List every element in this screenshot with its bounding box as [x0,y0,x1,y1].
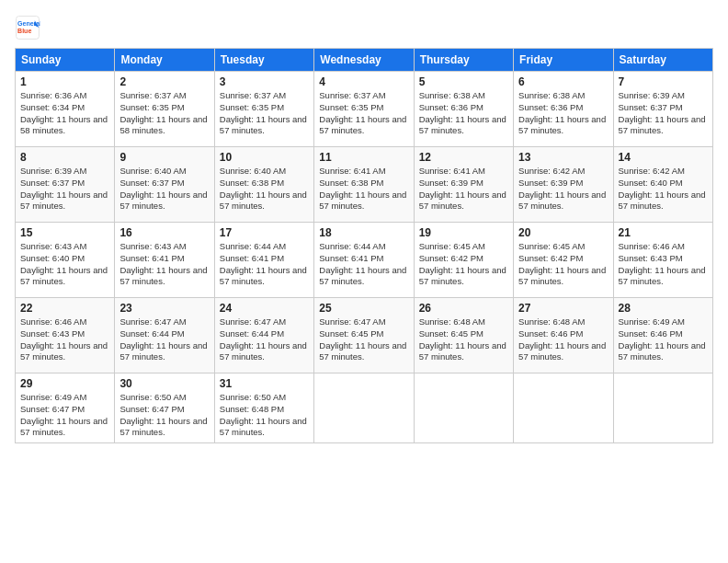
day-detail: Sunrise: 6:48 AMSunset: 6:45 PMDaylight:… [419,316,508,363]
day-detail: Sunrise: 6:37 AMSunset: 6:35 PMDaylight:… [319,90,408,137]
day-number: 10 [220,151,309,164]
weekday-header: Wednesday [314,49,414,72]
day-detail: Sunrise: 6:41 AMSunset: 6:39 PMDaylight:… [419,166,508,213]
day-detail: Sunrise: 6:42 AMSunset: 6:40 PMDaylight:… [619,166,708,213]
day-number: 2 [119,75,209,88]
day-number: 4 [319,75,408,88]
calendar-cell: 3Sunrise: 6:37 AMSunset: 6:35 PMDaylight… [214,72,313,147]
day-detail: Sunrise: 6:43 AMSunset: 6:41 PMDaylight:… [119,241,209,288]
calendar-cell: 17Sunrise: 6:44 AMSunset: 6:41 PMDayligh… [214,223,313,298]
day-detail: Sunrise: 6:46 AMSunset: 6:43 PMDaylight:… [20,316,109,363]
calendar-cell: 21Sunrise: 6:46 AMSunset: 6:43 PMDayligh… [613,223,712,298]
calendar-cell: 11Sunrise: 6:41 AMSunset: 6:38 PMDayligh… [314,147,414,223]
calendar-cell: 13Sunrise: 6:42 AMSunset: 6:39 PMDayligh… [514,147,613,223]
calendar-cell: 25Sunrise: 6:47 AMSunset: 6:45 PMDayligh… [314,298,414,373]
calendar-cell: 24Sunrise: 6:47 AMSunset: 6:44 PMDayligh… [214,298,313,373]
calendar-cell: 18Sunrise: 6:44 AMSunset: 6:41 PMDayligh… [314,223,414,298]
calendar-cell: 5Sunrise: 6:38 AMSunset: 6:36 PMDaylight… [414,72,513,147]
day-detail: Sunrise: 6:44 AMSunset: 6:41 PMDaylight:… [319,241,408,288]
day-detail: Sunrise: 6:49 AMSunset: 6:46 PMDaylight:… [619,316,708,363]
day-detail: Sunrise: 6:47 AMSunset: 6:44 PMDaylight:… [119,316,209,363]
day-detail: Sunrise: 6:47 AMSunset: 6:45 PMDaylight:… [319,316,408,363]
day-detail: Sunrise: 6:40 AMSunset: 6:38 PMDaylight:… [220,166,309,213]
calendar-cell [514,373,613,443]
day-number: 26 [419,302,508,315]
weekday-header: Saturday [613,49,712,72]
day-number: 5 [419,75,508,88]
weekday-header: Monday [115,49,214,72]
page-container: General Blue SundayMondayTuesdayWednesda… [0,0,728,451]
day-detail: Sunrise: 6:42 AMSunset: 6:39 PMDaylight:… [518,166,608,213]
calendar-cell: 28Sunrise: 6:49 AMSunset: 6:46 PMDayligh… [613,298,712,373]
day-number: 7 [619,75,708,88]
calendar-cell [414,373,513,443]
day-number: 18 [319,226,408,239]
day-number: 23 [119,302,209,315]
day-detail: Sunrise: 6:45 AMSunset: 6:42 PMDaylight:… [419,241,508,288]
calendar-cell: 29Sunrise: 6:49 AMSunset: 6:47 PMDayligh… [16,373,115,443]
calendar-table: SundayMondayTuesdayWednesdayThursdayFrid… [15,48,713,443]
day-number: 13 [518,151,608,164]
day-number: 24 [220,302,309,315]
day-detail: Sunrise: 6:43 AMSunset: 6:40 PMDaylight:… [20,241,109,288]
calendar-cell: 22Sunrise: 6:46 AMSunset: 6:43 PMDayligh… [16,298,115,373]
calendar-cell: 20Sunrise: 6:45 AMSunset: 6:42 PMDayligh… [514,223,613,298]
day-detail: Sunrise: 6:44 AMSunset: 6:41 PMDaylight:… [220,241,309,288]
day-detail: Sunrise: 6:45 AMSunset: 6:42 PMDaylight:… [518,241,608,288]
day-number: 8 [20,151,109,164]
day-number: 6 [518,75,608,88]
day-number: 17 [220,226,309,239]
calendar-cell: 26Sunrise: 6:48 AMSunset: 6:45 PMDayligh… [414,298,513,373]
day-detail: Sunrise: 6:37 AMSunset: 6:35 PMDaylight:… [220,90,309,137]
logo: General Blue [15,15,44,40]
week-row: 8Sunrise: 6:39 AMSunset: 6:37 PMDaylight… [16,147,713,223]
calendar-cell: 16Sunrise: 6:43 AMSunset: 6:41 PMDayligh… [115,223,214,298]
day-number: 3 [220,75,309,88]
day-number: 22 [20,302,109,315]
calendar-cell [613,373,712,443]
day-detail: Sunrise: 6:40 AMSunset: 6:37 PMDaylight:… [119,166,209,213]
day-detail: Sunrise: 6:37 AMSunset: 6:35 PMDaylight:… [119,90,209,137]
day-number: 25 [319,302,408,315]
weekday-header: Tuesday [214,49,313,72]
calendar-cell: 6Sunrise: 6:38 AMSunset: 6:36 PMDaylight… [514,72,613,147]
day-number: 28 [619,302,708,315]
week-row: 29Sunrise: 6:49 AMSunset: 6:47 PMDayligh… [16,373,713,443]
calendar-cell: 9Sunrise: 6:40 AMSunset: 6:37 PMDaylight… [115,147,214,223]
calendar-cell [314,373,414,443]
week-row: 15Sunrise: 6:43 AMSunset: 6:40 PMDayligh… [16,223,713,298]
day-detail: Sunrise: 6:36 AMSunset: 6:34 PMDaylight:… [20,90,109,137]
calendar-cell: 10Sunrise: 6:40 AMSunset: 6:38 PMDayligh… [214,147,313,223]
week-row: 1Sunrise: 6:36 AMSunset: 6:34 PMDaylight… [16,72,713,147]
day-number: 31 [220,377,309,390]
day-number: 20 [518,226,608,239]
calendar-cell: 4Sunrise: 6:37 AMSunset: 6:35 PMDaylight… [314,72,414,147]
day-detail: Sunrise: 6:48 AMSunset: 6:46 PMDaylight:… [518,316,608,363]
svg-text:Blue: Blue [17,28,31,34]
weekday-header: Friday [514,49,613,72]
calendar-header-row: SundayMondayTuesdayWednesdayThursdayFrid… [16,49,713,72]
calendar-cell: 7Sunrise: 6:39 AMSunset: 6:37 PMDaylight… [613,72,712,147]
week-row: 22Sunrise: 6:46 AMSunset: 6:43 PMDayligh… [16,298,713,373]
day-number: 1 [20,75,109,88]
day-detail: Sunrise: 6:46 AMSunset: 6:43 PMDaylight:… [619,241,708,288]
day-detail: Sunrise: 6:38 AMSunset: 6:36 PMDaylight:… [518,90,608,137]
day-number: 14 [619,151,708,164]
day-number: 19 [419,226,508,239]
day-number: 12 [419,151,508,164]
day-detail: Sunrise: 6:38 AMSunset: 6:36 PMDaylight:… [419,90,508,137]
calendar-cell: 31Sunrise: 6:50 AMSunset: 6:48 PMDayligh… [214,373,313,443]
calendar-cell: 30Sunrise: 6:50 AMSunset: 6:47 PMDayligh… [115,373,214,443]
calendar-cell: 19Sunrise: 6:45 AMSunset: 6:42 PMDayligh… [414,223,513,298]
calendar-cell: 15Sunrise: 6:43 AMSunset: 6:40 PMDayligh… [16,223,115,298]
header: General Blue [15,15,713,40]
day-detail: Sunrise: 6:41 AMSunset: 6:38 PMDaylight:… [319,166,408,213]
day-number: 21 [619,226,708,239]
day-number: 15 [20,226,109,239]
calendar-cell: 8Sunrise: 6:39 AMSunset: 6:37 PMDaylight… [16,147,115,223]
calendar-cell: 27Sunrise: 6:48 AMSunset: 6:46 PMDayligh… [514,298,613,373]
day-number: 30 [119,377,209,390]
calendar-cell: 2Sunrise: 6:37 AMSunset: 6:35 PMDaylight… [115,72,214,147]
day-number: 9 [119,151,209,164]
day-detail: Sunrise: 6:39 AMSunset: 6:37 PMDaylight:… [619,90,708,137]
